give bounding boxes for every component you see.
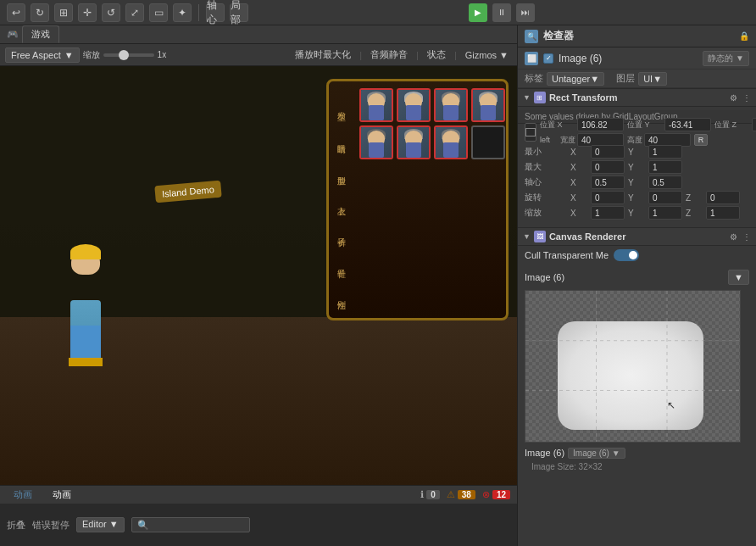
- err-count-container: ⊗ 12: [482, 489, 510, 500]
- aspect-label: Free Aspect: [11, 50, 61, 60]
- local-label: 局部: [231, 0, 247, 27]
- transform-btn[interactable]: ✦: [173, 3, 192, 22]
- animation-tab[interactable]: 动画: [7, 487, 39, 503]
- image-dropdown[interactable]: ▼: [728, 270, 749, 285]
- animation-tab-label[interactable]: 动画: [46, 487, 78, 503]
- canvas-more-icon[interactable]: ⋮: [742, 232, 751, 242]
- tag-value[interactable]: Untagger ▼: [547, 72, 604, 86]
- redo-btn[interactable]: ↻: [31, 3, 49, 22]
- axis-btn[interactable]: 轴心: [206, 3, 225, 22]
- pause-icon: ⏸: [498, 8, 506, 17]
- anchor-min-y[interactable]: 1: [648, 145, 682, 159]
- pos-y-text: -63.41: [669, 120, 692, 130]
- avatar-7-body: [443, 142, 459, 158]
- rect-btn[interactable]: ▭: [149, 3, 168, 22]
- err-count[interactable]: 12: [492, 490, 510, 499]
- gizmos-btn[interactable]: Gizmos ▼: [462, 50, 512, 60]
- char-slot-5[interactable]: [359, 125, 393, 159]
- lock-icon[interactable]: 🔒: [739, 31, 749, 42]
- char-slot-2[interactable]: [397, 88, 431, 122]
- fold-label[interactable]: 折叠: [7, 519, 25, 532]
- scale-x[interactable]: 1: [591, 206, 625, 220]
- game-tab[interactable]: 游戏: [22, 25, 59, 43]
- avatar-1: [361, 90, 392, 120]
- width-label: 宽度: [560, 135, 575, 146]
- pos-z-value[interactable]: 0: [752, 118, 756, 131]
- static-badge[interactable]: 静态的 ▼: [703, 51, 749, 66]
- rect-more-icon[interactable]: ⋮: [742, 93, 751, 103]
- canvas-settings-icon[interactable]: ⚙: [730, 232, 737, 242]
- image-name-badge[interactable]: Image (6) ▼: [568, 448, 625, 459]
- select-btn[interactable]: ⊞: [54, 3, 73, 22]
- cull-label: Cull Transparent Me: [525, 250, 609, 260]
- char-slot-1[interactable]: [359, 88, 393, 122]
- inspector-title: 检查器: [543, 29, 574, 43]
- pivot-y[interactable]: 0.5: [648, 176, 682, 189]
- pivot-x[interactable]: 0.5: [591, 176, 625, 189]
- anchor-max-x[interactable]: 0: [591, 160, 625, 174]
- step-button[interactable]: ⏭: [516, 3, 535, 22]
- char-slot-6[interactable]: [397, 125, 431, 159]
- anchor-min-x[interactable]: 0: [591, 145, 625, 159]
- anchor-max-y-label: Y: [628, 163, 645, 172]
- scale-label: 缩放: [525, 207, 567, 219]
- editor-dropdown[interactable]: Editor ▼: [76, 517, 125, 532]
- width-text: 40: [581, 136, 591, 145]
- rot-z-label: Z: [686, 193, 703, 203]
- rect-transform-header[interactable]: ▼ ⊞ Rect Transform ⚙ ⋮: [518, 88, 756, 107]
- rotate-btn[interactable]: ↺: [102, 3, 120, 22]
- pause-button[interactable]: ⏸: [492, 3, 511, 22]
- r-button[interactable]: R: [694, 134, 708, 146]
- rot-x[interactable]: 0: [591, 191, 625, 204]
- static-label: 静态的: [708, 53, 733, 63]
- aspect-dropdown[interactable]: Free Aspect ▼: [5, 47, 80, 63]
- height-label: 高度: [627, 135, 642, 146]
- console-area: 折叠 错误暂停 Editor ▼: [0, 504, 517, 546]
- cull-toggle[interactable]: [614, 249, 639, 261]
- char-slot-7[interactable]: [434, 125, 468, 159]
- zoom-container: 缩放 1x: [83, 49, 167, 61]
- zoom-label: 缩放: [83, 49, 100, 61]
- scale-z[interactable]: 1: [706, 206, 740, 220]
- play-button[interactable]: ▶: [469, 3, 487, 22]
- move-btn[interactable]: ✛: [78, 3, 97, 22]
- warn-count[interactable]: 38: [458, 490, 475, 499]
- scale-btn[interactable]: ⤢: [125, 3, 144, 22]
- zoom-slider[interactable]: [103, 53, 154, 57]
- anchor-max-x-label: X: [570, 163, 587, 172]
- local-btn[interactable]: 局部: [230, 3, 248, 22]
- avatar-3: [436, 90, 466, 120]
- error-pause-label[interactable]: 错误暂停: [32, 519, 69, 532]
- image-size-text: Image Size: 32×32: [525, 462, 749, 471]
- pos-y-value[interactable]: -63.41: [664, 118, 711, 131]
- avatar-3-body: [443, 105, 459, 120]
- avatar-2-body: [406, 105, 421, 120]
- char-slot-8[interactable]: [471, 125, 505, 159]
- component-active-checkbox[interactable]: ✓: [543, 53, 553, 64]
- maximize-btn[interactable]: 播放时最大化: [292, 48, 354, 61]
- editor-label: Editor: [82, 519, 107, 529]
- static-arrow: ▼: [736, 53, 744, 63]
- pos-x-value[interactable]: 106.82: [577, 118, 624, 131]
- undo-btn[interactable]: ↩: [7, 3, 25, 22]
- mute-btn[interactable]: 音频静音: [367, 48, 411, 61]
- sep3: |: [454, 50, 457, 60]
- char-slot-4[interactable]: [471, 88, 505, 122]
- scene-view[interactable]: 发型 眼睛 脸型 上衣 裤子 鞋子 性别: [0, 66, 517, 485]
- canvas-renderer-header[interactable]: ▼ 🖼 Canvas Renderer ⚙ ⋮: [518, 227, 756, 246]
- console-search[interactable]: [131, 517, 250, 532]
- mute-label: 音频静音: [370, 49, 408, 59]
- char-slot-3[interactable]: [434, 88, 468, 122]
- state-btn[interactable]: 状态: [424, 48, 449, 61]
- image-component-row: ⬜ ✓ Image (6) 静态的 ▼: [518, 47, 756, 70]
- rot-y[interactable]: 0: [648, 191, 682, 204]
- top-toolbar: ↩ ↻ ⊞ ✛ ↺ ⤢ ▭ ✦ 轴心 局部 ▶ ⏸ ⏭: [0, 0, 756, 25]
- scale-y-label: Y: [628, 209, 645, 218]
- rot-z[interactable]: 0: [706, 191, 740, 204]
- anchor-max-y[interactable]: 1: [648, 160, 682, 174]
- layer-value[interactable]: UI ▼: [638, 72, 667, 86]
- rect-settings-icon[interactable]: ⚙: [730, 93, 737, 103]
- rot-y-text: 0: [653, 193, 658, 203]
- scale-y[interactable]: 1: [648, 206, 682, 220]
- info-count[interactable]: 0: [426, 490, 440, 499]
